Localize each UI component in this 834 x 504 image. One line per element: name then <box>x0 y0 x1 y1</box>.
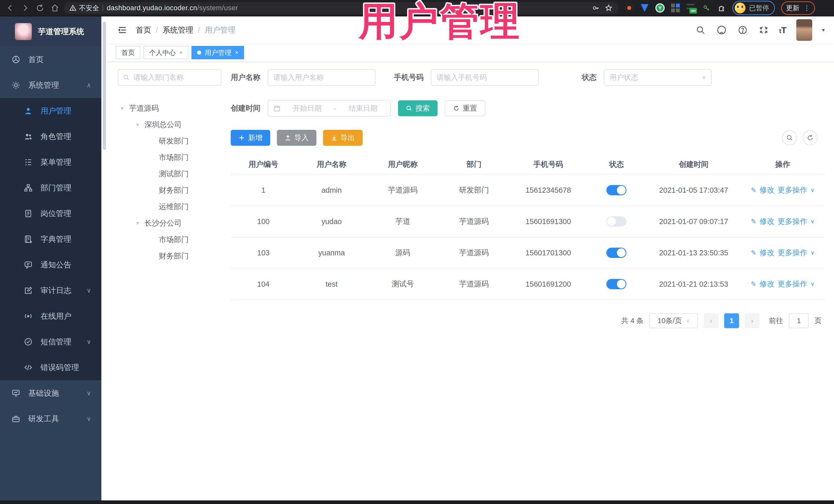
chrome-update-button[interactable]: 更新 ⋮ <box>781 1 815 15</box>
green-extension-icon[interactable]: Y <box>655 3 665 13</box>
sidebar-item-home[interactable]: 首页 <box>0 47 101 72</box>
sidebar-item-role-mgmt[interactable]: 角色管理 <box>0 124 101 149</box>
security-warning-icon[interactable]: 不安全 <box>69 4 99 13</box>
mobile-input[interactable] <box>437 73 533 82</box>
github-icon[interactable] <box>716 24 727 36</box>
sidebar-item-dev-tools[interactable]: 研发工具 ∨ <box>0 406 101 432</box>
edit-link[interactable]: 修改 <box>760 248 774 258</box>
sidebar-item-infrastructure[interactable]: 基础设施 ∨ <box>0 380 101 406</box>
caret-icon[interactable]: ▾ <box>135 122 140 128</box>
caret-icon[interactable]: ▾ <box>119 105 125 112</box>
refresh-button[interactable] <box>803 130 817 145</box>
password-key-icon[interactable] <box>591 3 600 13</box>
tab-home[interactable]: 首页 <box>116 46 140 59</box>
tree-node[interactable]: ▾芋道源码 <box>118 100 221 116</box>
toggle-search-button[interactable] <box>782 130 797 145</box>
fullscreen-icon[interactable] <box>758 24 769 36</box>
sidebar-item-notice[interactable]: 通知公告 <box>0 252 101 278</box>
status-select[interactable]: 用户状态 ∨ <box>604 69 711 86</box>
breadcrumb-separator: / <box>198 26 200 35</box>
bookmark-star-icon[interactable] <box>604 3 613 13</box>
dept-search-box[interactable] <box>118 69 221 86</box>
status-toggle[interactable] <box>607 248 627 258</box>
page-size-select[interactable]: 10条/页∨ <box>649 313 698 328</box>
username-field[interactable] <box>268 69 375 86</box>
sidebar-fold-icon[interactable] <box>117 24 128 36</box>
tree-node[interactable]: ▾长沙分公司 <box>118 215 221 232</box>
dept-search-input[interactable] <box>133 73 216 82</box>
add-button[interactable]: 新增 <box>231 130 270 146</box>
forward-icon[interactable] <box>20 2 31 14</box>
mobile-field[interactable] <box>431 69 539 86</box>
tree-node[interactable]: 运维部门 <box>118 199 221 215</box>
reset-button[interactable]: 重置 <box>445 100 485 116</box>
sidebar-item-user-mgmt[interactable]: 用户管理 <box>0 98 101 124</box>
search-icon[interactable] <box>695 24 706 36</box>
status-toggle[interactable] <box>607 185 627 195</box>
ubuntu-extension-icon[interactable] <box>624 3 634 13</box>
home-icon[interactable] <box>49 2 61 14</box>
export-button[interactable]: 导出 <box>323 130 363 146</box>
address-bar[interactable]: 不安全 dashboard.yudao.iocoder.cn/system/us… <box>64 2 618 14</box>
cell-user-id: 1 <box>231 175 296 206</box>
status-toggle[interactable] <box>607 216 627 226</box>
username-input[interactable] <box>273 73 370 82</box>
breadcrumb-home[interactable]: 首页 <box>136 25 151 36</box>
gem-extension-icon[interactable] <box>640 3 649 13</box>
user-avatar[interactable] <box>796 19 812 41</box>
more-actions-link[interactable]: 更多操作 <box>777 185 807 195</box>
date-range-picker[interactable]: 开始日期 - 结束日期 <box>268 100 391 116</box>
edit-link[interactable]: 修改 <box>760 279 774 289</box>
tree-node[interactable]: 研发部门 <box>118 133 221 149</box>
close-icon[interactable]: × <box>235 49 238 56</box>
font-size-icon[interactable]: tT <box>779 25 787 35</box>
more-actions-link[interactable]: 更多操作 <box>777 216 807 226</box>
extensions-puzzle-icon[interactable] <box>717 3 726 13</box>
chevron-down-icon: ∨ <box>86 287 91 294</box>
tree-node[interactable]: ▾深圳总公司 <box>118 116 221 133</box>
sidebar-item-dept-mgmt[interactable]: 部门管理 <box>0 175 101 201</box>
tree-node[interactable]: 市场部门 <box>118 149 221 166</box>
next-page-button[interactable]: › <box>745 313 760 328</box>
tree-node[interactable]: 财务部门 <box>118 248 221 264</box>
tab-profile[interactable]: 个人中心× <box>144 46 188 59</box>
reload-icon[interactable] <box>35 2 46 14</box>
browser-menu-icon[interactable]: ⋮ <box>804 4 810 12</box>
onlist-extension-icon[interactable]: on <box>686 3 696 13</box>
tree-node[interactable]: 财务部门 <box>118 182 221 199</box>
more-actions-link[interactable]: 更多操作 <box>777 248 807 258</box>
green-key-extension-icon[interactable] <box>702 3 711 13</box>
sidebar-item-online-users[interactable]: 在线用户 <box>0 303 101 329</box>
breadcrumb-system[interactable]: 系统管理 <box>162 25 193 36</box>
sidebar-item-error-code[interactable]: 错误码管理 <box>0 355 101 380</box>
caret-icon[interactable]: ▾ <box>135 220 140 226</box>
sidebar-scrollbar[interactable] <box>101 17 108 500</box>
more-actions-link[interactable]: 更多操作 <box>777 279 807 289</box>
sidebar-item-system[interactable]: 系统管理 ∧ <box>0 72 101 98</box>
status-toggle[interactable] <box>607 279 627 289</box>
search-button[interactable]: 搜索 <box>398 100 438 116</box>
sidebar-item-post-mgmt[interactable]: 岗位管理 <box>0 201 101 226</box>
tree-node[interactable]: 测试部门 <box>118 166 221 182</box>
tree-node[interactable]: 市场部门 <box>118 232 221 248</box>
tab-user-mgmt[interactable]: 用户管理× <box>192 46 244 59</box>
scrollbar-thumb[interactable] <box>103 22 106 150</box>
avatar-caret-icon[interactable]: ▾ <box>822 27 825 34</box>
prev-page-button[interactable]: ‹ <box>704 313 719 328</box>
page-number-1[interactable]: 1 <box>724 313 739 328</box>
back-icon[interactable] <box>5 2 16 14</box>
import-button[interactable]: 导入 <box>277 130 316 146</box>
edit-link[interactable]: 修改 <box>760 216 774 226</box>
goto-page-input[interactable] <box>789 313 809 328</box>
help-icon[interactable] <box>737 24 748 36</box>
grid-extension-icon[interactable] <box>671 3 680 13</box>
app-logo-row[interactable]: 芋道管理系统 <box>0 17 101 47</box>
browser-profile-paused[interactable]: 已暂停 <box>732 1 775 15</box>
dept-panel: ▾芋道源码 ▾深圳总公司 研发部门 市场部门 测试部门 财务部门 运维部门 ▾长… <box>118 69 231 500</box>
sidebar-item-dict-mgmt[interactable]: 字典管理 <box>0 226 101 252</box>
sidebar-item-sms-mgmt[interactable]: 短信管理 ∨ <box>0 329 101 355</box>
sidebar-item-menu-mgmt[interactable]: 菜单管理 <box>0 149 101 175</box>
close-icon[interactable]: × <box>179 49 183 56</box>
sidebar-item-audit-log[interactable]: 审计日志 ∨ <box>0 278 101 303</box>
edit-link[interactable]: 修改 <box>760 185 774 195</box>
